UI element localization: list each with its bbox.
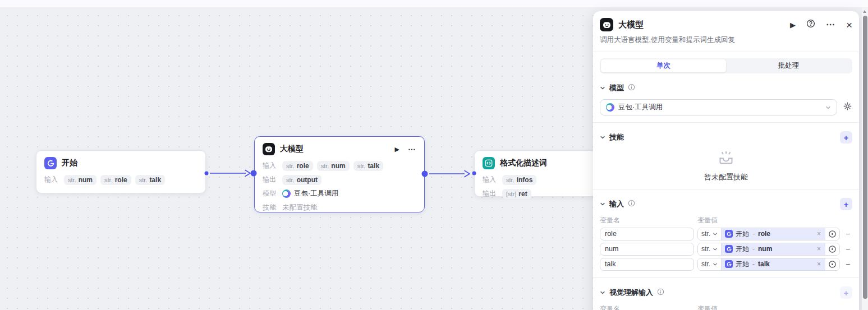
var-tag: str.num: [317, 161, 350, 171]
clear-reference-icon[interactable]: ×: [816, 245, 822, 253]
clear-reference-icon[interactable]: ×: [816, 230, 822, 238]
reference-picker-icon[interactable]: [825, 258, 839, 270]
node-title: 格式化描述词: [500, 158, 547, 168]
scrollbar[interactable]: [862, 7, 868, 310]
panel-subtitle: 调用大语言模型,使用变量和提示词生成回复: [600, 35, 852, 45]
chevron-down-icon[interactable]: [600, 288, 605, 298]
clear-reference-icon[interactable]: ×: [816, 260, 822, 268]
row-label-input: 输入: [44, 175, 59, 184]
variable-name-input[interactable]: [600, 243, 694, 256]
section-title-vision: 视觉理解输入: [609, 288, 653, 298]
empty-tray-icon: [718, 158, 734, 168]
chevron-down-icon[interactable]: [600, 132, 605, 142]
node-title: 开始: [62, 158, 77, 168]
model-name: 豆包·工具调用: [294, 189, 338, 198]
type-select[interactable]: str.: [698, 228, 722, 240]
column-header-name: 变量名: [600, 216, 697, 225]
more-button[interactable]: ⋯: [826, 20, 835, 29]
remove-row-button[interactable]: −: [843, 230, 852, 238]
var-tag: str.infos: [502, 175, 536, 185]
doubao-model-icon: [606, 103, 614, 112]
variable-name-input[interactable]: [600, 258, 694, 271]
section-title-skills: 技能: [609, 132, 624, 142]
node-formatter[interactable]: 格式化描述词 输入 str.infos 输出 [str]ret: [474, 150, 596, 197]
panel-title: 大模型: [618, 20, 644, 30]
add-skill-button[interactable]: +: [840, 131, 852, 144]
gear-icon[interactable]: [843, 101, 852, 113]
var-tag: [str]ret: [502, 189, 531, 199]
node-start[interactable]: 开始 输入 str.num str.role str.talk: [36, 150, 206, 193]
node-more-button[interactable]: ⋯: [408, 145, 416, 153]
mode-tabs: 单次 批处理: [600, 58, 852, 73]
edge-start-to-llm: [210, 170, 250, 177]
column-header-value: 变量值: [697, 304, 718, 310]
reference-picker-icon[interactable]: [825, 228, 839, 240]
scrollbar-thumb[interactable]: [863, 16, 867, 299]
divider: [593, 277, 859, 278]
variable-reference-tag[interactable]: 开始-num ×: [722, 243, 825, 255]
tab-batch[interactable]: 批处理: [726, 59, 851, 72]
info-icon: [657, 288, 664, 298]
column-header-value: 变量值: [697, 216, 718, 225]
add-vision-input-button[interactable]: +: [840, 286, 852, 299]
node-run-button[interactable]: ▶: [395, 146, 399, 152]
node-title: 大模型: [280, 144, 304, 154]
llm-bot-icon: [600, 18, 613, 31]
section-title-inputs: 输入: [609, 199, 624, 209]
section-title-model: 模型: [609, 83, 624, 93]
tab-single[interactable]: 单次: [601, 59, 726, 72]
chevron-down-icon[interactable]: [600, 83, 605, 93]
type-select[interactable]: str.: [698, 243, 722, 255]
close-button[interactable]: ×: [846, 20, 852, 30]
row-label-output: 输出: [263, 175, 278, 184]
var-tag: str.output: [282, 175, 322, 185]
skills-empty-state: 暂未配置技能: [593, 151, 859, 182]
var-tag: str.num: [64, 175, 97, 185]
input-row: str. 开始-role × −: [600, 227, 852, 240]
variable-value-control: str. 开始-talk ×: [697, 258, 840, 271]
divider: [593, 189, 859, 189]
row-label-input: 输入: [483, 175, 498, 184]
start-icon: [44, 157, 57, 169]
help-icon[interactable]: [806, 19, 815, 30]
row-label-model: 模型: [263, 189, 278, 198]
skills-empty-text: 暂未配置技能: [593, 172, 859, 182]
input-row: str. 开始-num × −: [600, 242, 852, 256]
run-button[interactable]: ▶: [790, 21, 796, 29]
skill-status: 未配置技能: [282, 203, 318, 212]
model-select-value: 豆包·工具调用: [618, 103, 821, 112]
divider: [593, 52, 859, 52]
var-tag: str.role: [100, 175, 131, 185]
row-label-input: 输入: [263, 161, 278, 170]
add-input-button[interactable]: +: [840, 198, 852, 210]
divider: [593, 122, 859, 123]
scrollbar-up-arrow[interactable]: [863, 10, 866, 13]
variable-name-input[interactable]: [600, 228, 694, 240]
column-header-name: 变量名: [600, 304, 697, 310]
var-tag: str.role: [282, 161, 313, 171]
llm-bot-icon: [263, 143, 275, 155]
variable-reference-tag[interactable]: 开始-talk ×: [722, 258, 825, 270]
remove-row-button[interactable]: −: [843, 260, 852, 268]
type-select[interactable]: str.: [698, 258, 722, 270]
start-icon: [725, 245, 733, 253]
model-select[interactable]: 豆包·工具调用: [600, 99, 837, 115]
chevron-down-icon[interactable]: [600, 199, 605, 209]
edge-llm-to-formatter: [429, 171, 470, 177]
row-label-output: 输出: [483, 189, 498, 198]
code-icon: [483, 157, 495, 169]
variable-value-control: str. 开始-role ×: [697, 228, 840, 240]
llm-config-panel: 大模型 ▶ ⋯ × 调用大语言模型,使用变量和提示词生成回复 单次 批处理 模型: [593, 11, 859, 310]
window-top-bar: [0, 0, 868, 7]
node-llm[interactable]: 大模型 ▶ ⋯ 输入 str.role str.num str.talk 输出 …: [254, 136, 425, 212]
start-icon: [725, 230, 733, 238]
info-icon: [628, 199, 635, 209]
remove-row-button[interactable]: −: [843, 245, 852, 253]
input-row: str. 开始-talk × −: [600, 257, 852, 271]
doubao-model-icon: [282, 189, 291, 198]
var-tag: str.talk: [353, 161, 383, 171]
variable-reference-tag[interactable]: 开始-role ×: [722, 228, 825, 240]
info-icon: [628, 83, 635, 93]
chevron-down-icon: [825, 103, 831, 113]
reference-picker-icon[interactable]: [825, 243, 839, 255]
